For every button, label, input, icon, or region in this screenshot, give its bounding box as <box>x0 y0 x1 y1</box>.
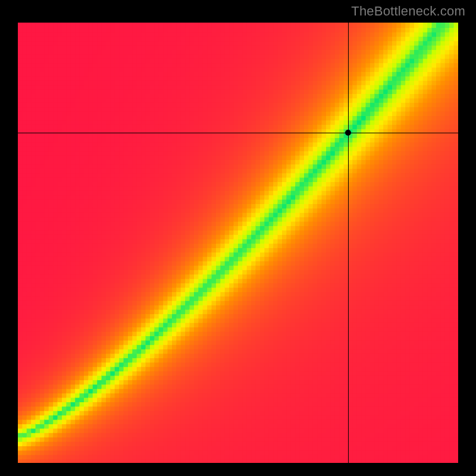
selection-marker-dot <box>345 130 351 136</box>
watermark-text: TheBottleneck.com <box>351 4 465 19</box>
heatmap-plot <box>18 23 458 463</box>
chart-stage: TheBottleneck.com <box>0 0 476 476</box>
heatmap-canvas <box>18 23 458 463</box>
